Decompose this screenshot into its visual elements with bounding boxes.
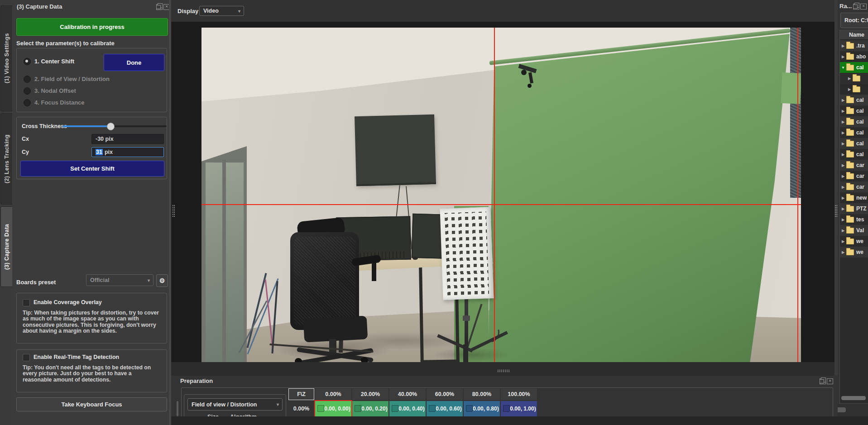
tree-row[interactable]: ▶cal <box>840 116 868 127</box>
tree-row[interactable]: ▶we <box>840 247 868 258</box>
chevron-right-icon[interactable]: ▶ <box>840 218 846 222</box>
tree-row[interactable]: ▶car <box>840 171 868 181</box>
tree-row[interactable]: ▶cal <box>840 95 868 105</box>
radio-nodal-offset[interactable] <box>24 87 31 95</box>
chevron-right-icon[interactable]: ▶ <box>840 239 846 244</box>
grid-cell-label: (0.00, 0.80) <box>471 406 499 412</box>
set-center-shift-button[interactable]: Set Center Shift <box>20 161 164 177</box>
chevron-right-icon[interactable]: ▶ <box>840 185 846 189</box>
tag-detection-checkbox[interactable] <box>23 354 30 361</box>
grid-cell-checkbox[interactable] <box>503 405 510 412</box>
tree-row[interactable]: ▶ <box>840 73 868 84</box>
radio-center-shift[interactable] <box>24 58 31 65</box>
float-window-icon[interactable] <box>156 4 163 10</box>
grid-cell[interactable]: (0.00, 0.20) <box>352 401 388 416</box>
tree-row[interactable]: ▶cal <box>840 105 868 116</box>
tree-row[interactable]: ▶tes <box>840 214 868 225</box>
chevron-down-icon[interactable]: ▼ <box>840 66 846 70</box>
tree-row[interactable]: ▶cal <box>840 149 868 160</box>
display-select[interactable]: Video ▾ <box>199 6 244 16</box>
coverage-overlay-label: Enable Coverage Overlay <box>34 299 102 306</box>
bottom-scrollbar-thumb[interactable] <box>838 407 846 412</box>
grid-cell[interactable]: (0.00, 0.00) <box>315 401 351 416</box>
tree-row[interactable]: ▶abo <box>840 51 868 62</box>
grid-corner-cell[interactable]: F\Z <box>288 388 314 400</box>
grid-cell-checkbox[interactable] <box>392 405 398 412</box>
horizontal-splitter-handle[interactable] <box>497 369 510 372</box>
tree-row[interactable]: ▶cal <box>840 127 868 138</box>
tab-lens-tracking[interactable]: (2) Lens Tracking <box>0 113 13 205</box>
radio-focus-distance[interactable] <box>24 99 31 106</box>
cy-input[interactable]: 31 pix <box>91 147 164 157</box>
tree-row[interactable]: ▶car <box>840 181 868 192</box>
float-window-icon[interactable] <box>820 378 826 384</box>
tree-horizontal-scrollbar[interactable] <box>841 396 866 400</box>
tree-row[interactable]: ▶ <box>840 84 868 95</box>
chevron-right-icon[interactable]: ▶ <box>840 109 846 113</box>
chevron-right-icon[interactable]: ▶ <box>840 153 846 157</box>
tree-row[interactable]: ▶cal <box>840 138 868 149</box>
grid-cell-checkbox[interactable] <box>317 405 324 412</box>
chevron-right-icon[interactable]: ▶ <box>840 207 846 211</box>
tree-name-header[interactable]: Name <box>840 30 868 40</box>
chevron-right-icon[interactable]: ▶ <box>840 120 846 124</box>
radio-fov-distortion[interactable] <box>24 76 31 83</box>
tree-row[interactable]: ▶car <box>840 160 868 171</box>
chevron-right-icon[interactable]: ▶ <box>840 163 846 167</box>
resources-panel-title: Ra... <box>839 3 852 10</box>
tripod-collar <box>463 315 470 321</box>
tree-row[interactable]: ▶.tra <box>840 40 868 51</box>
tree-row[interactable]: ▶new <box>840 192 868 203</box>
tab-capture-data[interactable]: (3) Capture Data <box>0 206 13 287</box>
tree-row-label: cal <box>856 151 864 158</box>
chevron-right-icon[interactable]: ▶ <box>840 229 846 233</box>
grid-column-header[interactable]: 40.00% <box>389 388 426 400</box>
tree-row[interactable]: ▶we <box>840 236 868 247</box>
cx-input[interactable]: -30 pix <box>91 134 164 144</box>
grid-column-header[interactable]: 0.00% <box>315 388 351 400</box>
chevron-right-icon[interactable]: ▶ <box>840 196 846 200</box>
tree-row[interactable]: ▶PTZ <box>840 203 868 214</box>
right-splitter-handle[interactable] <box>834 205 838 217</box>
grid-column-header[interactable]: 80.00% <box>464 388 500 400</box>
grid-row-header[interactable]: 0.00% <box>288 401 314 416</box>
mode-select[interactable]: Field of view / Distortion ▾ <box>187 398 283 411</box>
preparation-scrollbar[interactable] <box>177 401 178 416</box>
done-button[interactable]: Done <box>104 54 164 71</box>
chevron-right-icon[interactable]: ▶ <box>840 131 846 135</box>
grid-cell-checkbox[interactable] <box>429 405 436 412</box>
grid-column-header[interactable]: 60.00% <box>427 388 463 400</box>
chevron-right-icon[interactable]: ▶ <box>840 98 846 102</box>
chevron-right-icon[interactable]: ▶ <box>840 142 846 146</box>
calibration-status-button[interactable]: Calibration in progress <box>16 18 168 36</box>
chevron-right-icon[interactable]: ▶ <box>840 250 846 254</box>
cross-thickness-slider-handle[interactable] <box>107 123 115 130</box>
tree-row[interactable]: ▶Val <box>840 225 868 236</box>
tree-row-selected[interactable]: ▼cal <box>840 62 868 73</box>
grid-cell[interactable]: (0.00, 0.80) <box>464 401 500 416</box>
crosshair-vertical-line <box>494 28 495 362</box>
float-window-icon[interactable] <box>853 4 859 10</box>
grid-cell-checkbox[interactable] <box>355 405 361 412</box>
chevron-right-icon[interactable]: ▶ <box>840 44 846 48</box>
chevron-right-icon[interactable]: ▶ <box>840 174 846 178</box>
video-viewport[interactable] <box>171 22 834 376</box>
grid-column-header[interactable]: 20.00% <box>352 388 388 400</box>
grid-column-header[interactable]: 100.00% <box>501 388 537 400</box>
take-keyboard-focus-button[interactable]: Take Keyboard Focus <box>16 397 167 411</box>
tab-video-settings[interactable]: (1) Video Settings <box>0 5 13 111</box>
coverage-overlay-checkbox[interactable] <box>23 299 30 306</box>
grid-cell[interactable]: (0.00, 0.40) <box>389 401 426 416</box>
close-icon[interactable]: ✕ <box>827 378 833 384</box>
grid-cell[interactable]: (0.00, 0.60) <box>427 401 463 416</box>
boards-preset-select[interactable]: Official ▾ <box>86 274 153 286</box>
chevron-right-icon[interactable]: ▶ <box>840 55 846 59</box>
boards-preset-gear-button[interactable]: ⚙ <box>156 274 168 287</box>
close-icon[interactable]: ✕ <box>860 4 867 10</box>
grid-cell[interactable]: (0.00, 1.00) <box>501 401 537 416</box>
chevron-right-icon[interactable]: ▶ <box>846 76 853 81</box>
chevron-right-icon[interactable]: ▶ <box>846 87 853 91</box>
cy-selected-text: 31 <box>96 149 103 155</box>
grid-cell-checkbox[interactable] <box>466 405 473 412</box>
left-splitter-handle[interactable] <box>172 205 175 217</box>
